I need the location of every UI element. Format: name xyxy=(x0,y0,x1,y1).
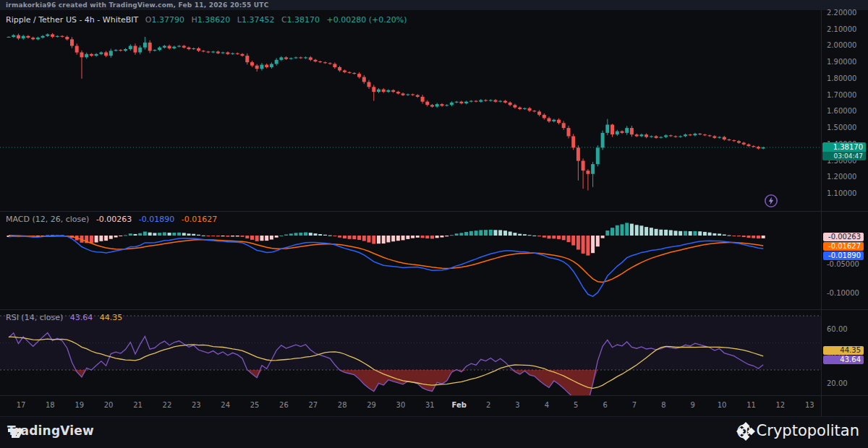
rsi-tick: 20.00 xyxy=(827,379,848,387)
close-label: C xyxy=(281,15,287,25)
price-tick: 1.20000 xyxy=(827,173,856,181)
macd-pane[interactable]: MACD (12, 26, close) -0.00263 -0.01890 -… xyxy=(0,211,821,309)
footer-bar: TradingView @ Cryptopolitan xyxy=(0,416,868,448)
price-scale-column[interactable]: 2.200002.100002.000001.900001.800001.700… xyxy=(821,10,868,416)
rsi-pane[interactable]: RSI (14, close) 43.64 44.35 xyxy=(0,309,821,395)
rsi-value-badge: 43.64 xyxy=(823,356,864,364)
time-label: 18 xyxy=(46,401,55,409)
time-label: 7 xyxy=(632,401,637,409)
time-label: 2 xyxy=(486,401,490,409)
time-label: 28 xyxy=(338,401,347,409)
macd-value-badge: -0.01890 xyxy=(823,251,864,260)
time-label: 23 xyxy=(192,401,201,409)
time-label: 24 xyxy=(221,401,230,409)
attribution-bar: irmakorkia96 created with TradingView.co… xyxy=(0,0,868,10)
rsi-title[interactable]: RSI (14, close) xyxy=(6,313,63,322)
tradingview-screenshot: irmakorkia96 created with TradingView.co… xyxy=(0,0,868,448)
pane-divider xyxy=(0,395,868,396)
price-tick: 1.80000 xyxy=(827,74,856,82)
price-pane[interactable]: Ripple / Tether US - 4h - WhiteBIT O1.37… xyxy=(0,10,821,211)
high-value: 1.38620 xyxy=(197,15,231,25)
time-label: 10 xyxy=(718,401,727,409)
time-label: 19 xyxy=(75,401,84,409)
lightning-icon[interactable] xyxy=(764,194,778,208)
open-value: 1.37790 xyxy=(151,15,184,25)
attribution-text: irmakorkia96 created with TradingView.co… xyxy=(6,1,269,9)
time-label: 30 xyxy=(396,401,406,409)
time-label: 22 xyxy=(163,401,172,409)
time-label: 9 xyxy=(691,401,695,409)
bar-countdown: 03:04:47 xyxy=(822,152,866,160)
macd-value-badge: -0.00263 xyxy=(823,233,864,241)
close-value: 1.38170 xyxy=(287,15,320,25)
time-label: 8 xyxy=(661,401,665,409)
macd-hist-value: -0.00263 xyxy=(96,215,132,224)
time-label: 4 xyxy=(545,401,549,409)
low-value: 1.37452 xyxy=(242,15,275,25)
cryptopolitan-logo-icon xyxy=(736,422,755,441)
time-label: 27 xyxy=(308,401,318,409)
symbol-legend[interactable]: Ripple / Tether US - 4h - WhiteBIT O1.37… xyxy=(6,15,407,25)
time-label: 12 xyxy=(776,401,786,409)
price-tick: 1.10000 xyxy=(827,189,856,197)
macd-signal-value: -0.01627 xyxy=(182,215,217,224)
rsi-legend[interactable]: RSI (14, close) 43.64 44.35 xyxy=(6,313,122,322)
time-label: 26 xyxy=(279,401,289,409)
macd-tick: -0.05000 xyxy=(827,260,859,268)
macd-chart-canvas[interactable] xyxy=(0,211,821,309)
time-label: 5 xyxy=(574,401,578,409)
price-tick: 2.20000 xyxy=(827,9,856,17)
pane-divider[interactable] xyxy=(0,211,868,212)
rsi-ma-value: 44.35 xyxy=(100,313,123,322)
time-label: 29 xyxy=(367,401,376,409)
time-label: 6 xyxy=(603,401,607,409)
time-axis[interactable]: 171819202122232425262728293031Feb2345678… xyxy=(0,395,821,416)
high-label: H xyxy=(191,15,197,25)
rsi-tick: 60.00 xyxy=(827,325,848,333)
tradingview-logo-icon xyxy=(7,423,25,441)
rsi-value-badge: 44.35 xyxy=(823,346,864,355)
price-tick: 2.00000 xyxy=(827,41,856,49)
macd-line-value: -0.01890 xyxy=(139,215,174,224)
time-label: 11 xyxy=(746,401,756,409)
time-label: 17 xyxy=(17,401,26,409)
rsi-chart-canvas[interactable] xyxy=(0,309,821,395)
time-label: 25 xyxy=(250,401,260,409)
time-label: 21 xyxy=(133,401,142,409)
macd-value-badge: -0.01627 xyxy=(823,242,864,251)
chart-area[interactable]: Ripple / Tether US - 4h - WhiteBIT O1.37… xyxy=(0,10,868,416)
rsi-value: 43.64 xyxy=(70,313,93,322)
macd-title[interactable]: MACD (12, 26, close) xyxy=(6,215,89,224)
macd-tick: -0.10000 xyxy=(827,289,859,297)
change-value: +0.00280 (+0.20%) xyxy=(327,15,407,25)
current-price-value: 1.38170 xyxy=(822,142,866,152)
price-tick: 1.50000 xyxy=(827,124,856,132)
price-chart-canvas[interactable] xyxy=(0,10,821,211)
price-tick: 2.10000 xyxy=(827,25,856,33)
time-label: 31 xyxy=(425,401,435,409)
macd-legend[interactable]: MACD (12, 26, close) -0.00263 -0.01890 -… xyxy=(6,215,217,224)
cryptopolitan-credit[interactable]: @ Cryptopolitan xyxy=(736,422,859,439)
time-label: 13 xyxy=(805,401,814,409)
price-tick: 1.70000 xyxy=(827,91,856,99)
price-tick: 1.90000 xyxy=(827,58,856,66)
tradingview-logo[interactable]: TradingView xyxy=(7,423,94,438)
time-label: 3 xyxy=(515,401,519,409)
time-label: Feb xyxy=(452,401,467,409)
price-tick: 1.60000 xyxy=(827,107,856,115)
symbol-title[interactable]: Ripple / Tether US - 4h - WhiteBIT xyxy=(6,15,138,25)
current-price-badge: 1.38170 03:04:47 xyxy=(822,142,866,160)
pane-divider[interactable] xyxy=(0,309,868,310)
time-label: 20 xyxy=(104,401,114,409)
